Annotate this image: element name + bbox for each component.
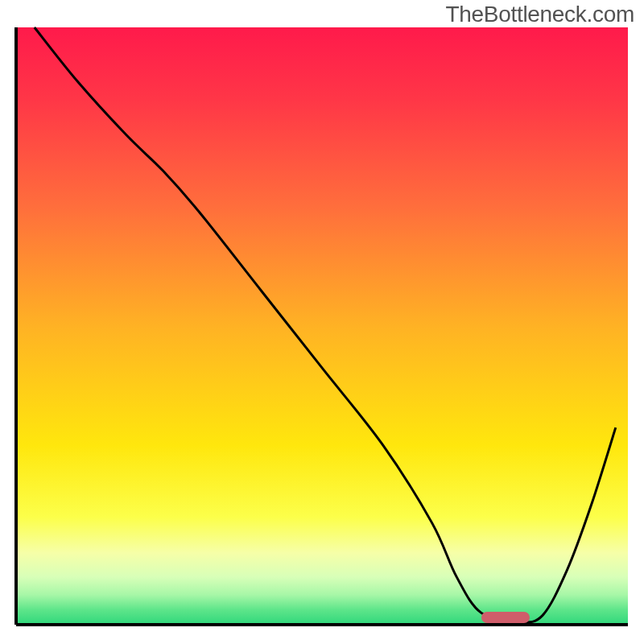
watermark-text: TheBottleneck.com: [445, 2, 634, 27]
bottleneck-chart: [0, 0, 644, 644]
optimum-marker: [481, 612, 530, 623]
chart-container: TheBottleneck.com: [0, 0, 644, 644]
